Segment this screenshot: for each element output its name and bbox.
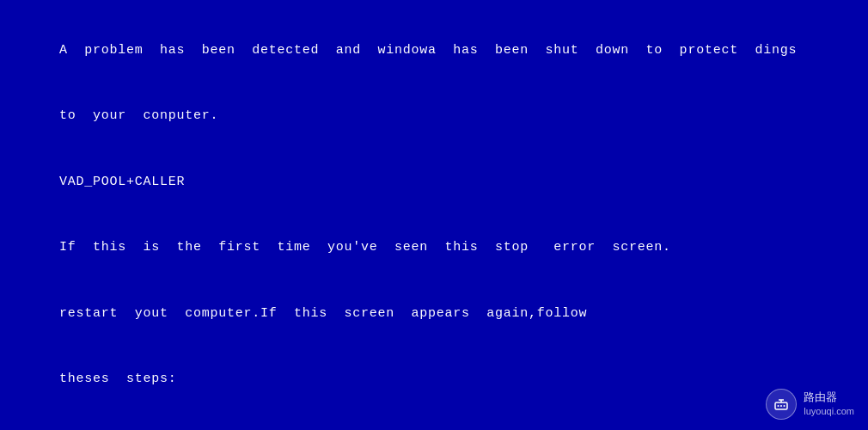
svg-point-1 xyxy=(778,405,779,407)
bsod-line3: VAD_POOL+CALLER xyxy=(59,175,185,189)
watermark-url: luyouqi.com xyxy=(804,405,854,417)
bsod-line4: If this is the first time you've seen th… xyxy=(59,240,671,255)
watermark: 路由器 luyouqi.com xyxy=(766,389,854,420)
watermark-site-name: 路由器 xyxy=(804,390,854,405)
watermark-label: 路由器 luyouqi.com xyxy=(804,390,854,417)
bsod-line6: theses steps: xyxy=(59,372,177,386)
bsod-screen: A problem has been detected and windowa … xyxy=(0,0,868,430)
svg-point-2 xyxy=(780,405,782,407)
bsod-line1: A problem has been detected and windowa … xyxy=(59,43,797,58)
bsod-content: A problem has been detected and windowa … xyxy=(26,17,842,430)
router-icon xyxy=(773,396,790,413)
svg-point-3 xyxy=(784,405,785,407)
bsod-line2: to your conputer. xyxy=(59,108,218,123)
bsod-line5: restart yout computer.If this screen app… xyxy=(59,306,587,321)
watermark-icon xyxy=(766,389,797,420)
